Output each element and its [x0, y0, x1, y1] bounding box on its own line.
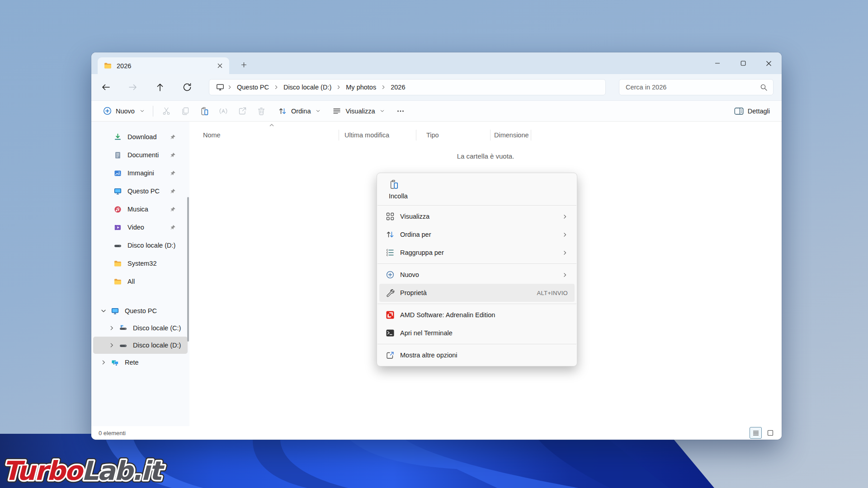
view-lines-icon [332, 107, 341, 116]
item-count: 0 elementi [99, 430, 126, 436]
sidebar-scrollbar[interactable] [187, 197, 189, 342]
maximize-button[interactable] [730, 52, 756, 74]
paste-menu-item[interactable]: Incolla [379, 175, 418, 203]
sidebar-item-immagini[interactable]: Immagini [93, 164, 188, 182]
menu-item-amd-software[interactable]: AMD Software: Adrenalin Edition [379, 306, 575, 324]
chevron-right-icon[interactable] [100, 359, 107, 366]
maximize-icon [741, 61, 746, 66]
menu-item-label: Ordina per [400, 231, 431, 238]
sidebar-item-questo-pc[interactable]: Questo PC [93, 182, 188, 200]
details-pane-icon [734, 107, 744, 115]
chevron-right-icon[interactable] [108, 325, 115, 331]
grid-view-icon [386, 212, 395, 221]
chevron-right-icon [381, 84, 386, 90]
pin-icon [170, 134, 176, 140]
paste-button[interactable] [195, 103, 214, 119]
delete-button[interactable] [252, 103, 271, 119]
sidebar-item-download[interactable]: Download [93, 128, 188, 146]
new-tab-button[interactable] [237, 58, 250, 71]
tree-item-disco-d-selected[interactable]: Disco locale (D:) [93, 337, 188, 354]
chevron-right-icon [336, 84, 341, 90]
sort-icon [278, 107, 287, 116]
menu-item-ordina-per[interactable]: Ordina per [379, 225, 575, 244]
sort-button[interactable]: Ordina [274, 104, 326, 118]
chevron-right-icon[interactable] [108, 342, 115, 348]
large-icons-view-icon [767, 430, 774, 436]
share-button[interactable] [233, 103, 252, 119]
search-input[interactable] [626, 84, 760, 91]
sidebar-item-label: Video [127, 224, 144, 231]
back-button[interactable] [100, 82, 111, 93]
video-icon [114, 224, 122, 231]
breadcrumb-segment[interactable]: 2026 [389, 84, 407, 91]
menu-item-raggruppa-per[interactable]: Raggruppa per [379, 244, 575, 262]
column-header-type[interactable]: Tipo [416, 130, 491, 141]
rename-icon [219, 107, 228, 116]
menu-item-apri-terminale[interactable]: Apri nel Terminale [379, 324, 575, 342]
documents-icon [114, 151, 122, 159]
sidebar-item-video[interactable]: Video [93, 218, 188, 236]
status-bar: 0 elementi [91, 426, 782, 440]
navigation-bar: Questo PC Disco locale (D:) My photos 20… [91, 74, 782, 100]
chevron-right-icon [227, 84, 232, 90]
tab-close-icon[interactable] [214, 61, 226, 71]
refresh-button[interactable] [182, 82, 193, 93]
menu-item-nuovo[interactable]: Nuovo [379, 266, 575, 284]
ellipsis-icon [396, 107, 405, 115]
sidebar-item-label: Documenti [127, 151, 159, 159]
music-icon [114, 206, 122, 213]
cut-button[interactable] [157, 103, 176, 119]
minimize-button[interactable] [704, 52, 730, 74]
menu-item-mostra-altre-opzioni[interactable]: Mostra altre opzioni [379, 346, 575, 364]
sidebar-item-musica[interactable]: Musica [93, 200, 188, 218]
view-button[interactable]: Visualizza [328, 104, 389, 118]
column-header-name[interactable]: Nome [202, 130, 339, 141]
menu-divider [377, 205, 576, 206]
address-bar[interactable]: Questo PC Disco locale (D:) My photos 20… [209, 79, 606, 95]
menu-item-visualizza[interactable]: Visualizza [379, 207, 575, 225]
menu-divider [377, 304, 576, 304]
search-box[interactable] [619, 79, 774, 95]
close-button[interactable] [756, 52, 782, 74]
new-button[interactable]: Nuovo [99, 104, 149, 118]
paste-label: Incolla [389, 192, 418, 200]
tree-item-questo-pc[interactable]: Questo PC [93, 302, 188, 319]
rename-button[interactable] [214, 103, 233, 119]
view-button-label: Visualizza [345, 108, 375, 115]
column-headers: Nome Ultima modifica Tipo Dimensione [202, 129, 782, 141]
sidebar-item-documenti[interactable]: Documenti [93, 146, 188, 164]
tree-item-label: Disco locale (C:) [133, 324, 181, 332]
menu-item-proprieta[interactable]: Proprietà ALT+INVIO [379, 284, 575, 302]
menu-item-label: Visualizza [400, 213, 429, 220]
details-pane-label: Dettagli [748, 108, 770, 115]
trash-icon [257, 107, 266, 116]
breadcrumb-segment[interactable]: Questo PC [235, 84, 271, 91]
menu-item-label: Proprietà [400, 289, 427, 296]
chevron-right-icon [274, 84, 279, 90]
menu-item-shortcut: ALT+INVIO [537, 290, 568, 296]
icons-view-toggle[interactable] [764, 427, 776, 439]
explorer-tab[interactable]: 2026 [98, 57, 229, 74]
title-bar: 2026 [91, 52, 782, 74]
breadcrumb-segment[interactable]: Disco locale (D:) [282, 84, 333, 91]
command-bar: Nuovo [91, 100, 782, 122]
details-pane-button[interactable]: Dettagli [730, 104, 774, 118]
sidebar-item-system32[interactable]: System32 [93, 254, 188, 272]
sidebar-item-disco-d[interactable]: Disco locale (D:) [93, 236, 188, 254]
more-options-button[interactable] [391, 103, 410, 119]
up-button[interactable] [155, 82, 165, 93]
folder-icon [104, 62, 112, 70]
chevron-down-icon[interactable] [100, 308, 107, 314]
context-menu: Incolla Visualizza Ordina per Raggruppa … [377, 173, 577, 366]
breadcrumb-segment[interactable]: My photos [344, 84, 378, 91]
column-header-size[interactable]: Dimensione [491, 130, 531, 141]
new-button-label: Nuovo [116, 108, 135, 115]
forward-button[interactable] [127, 82, 138, 93]
tree-item-rete[interactable]: Rete [93, 354, 188, 371]
sort-ascending-caret-icon [269, 123, 274, 127]
column-header-modified[interactable]: Ultima modifica [339, 130, 416, 141]
tree-item-disco-c[interactable]: Disco locale (C:) [93, 319, 188, 337]
copy-button[interactable] [176, 103, 195, 119]
sidebar-item-all[interactable]: All [93, 272, 188, 291]
details-view-toggle[interactable] [750, 427, 762, 439]
